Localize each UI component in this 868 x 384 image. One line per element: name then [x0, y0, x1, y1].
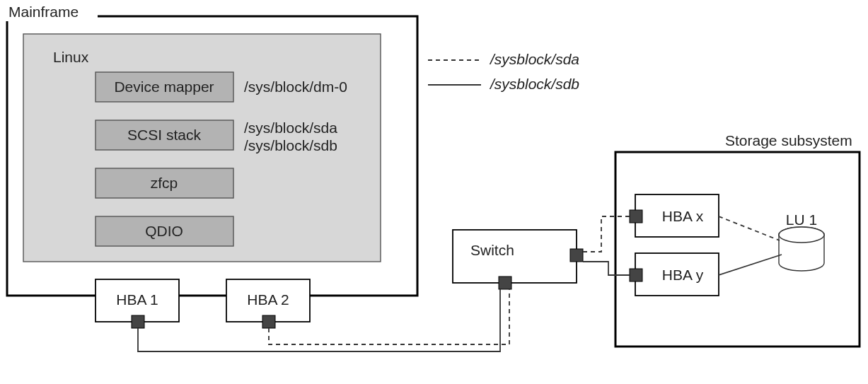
hba-label: HBA y	[662, 267, 704, 283]
port-icon	[570, 249, 583, 262]
switch: Switch	[453, 230, 583, 289]
layer-path: /sys/block/sdb	[244, 137, 337, 153]
hba-1: HBA 1	[96, 279, 179, 328]
layer-zfcp: zfcp	[96, 168, 233, 198]
wire-sda	[583, 216, 630, 252]
wire-sdb	[719, 255, 782, 275]
layer-label: QDIO	[145, 223, 183, 239]
hba-2: HBA 2	[226, 279, 310, 328]
port-icon	[262, 315, 275, 328]
port-icon	[630, 269, 642, 281]
svg-point-11	[779, 227, 824, 243]
layer-label: SCSI stack	[127, 127, 201, 143]
layer-path: /sys/block/sda	[244, 120, 337, 136]
layer-qdio: QDIO	[96, 216, 233, 246]
hba-label: HBA x	[662, 208, 704, 224]
linux-title: Linux	[53, 49, 89, 65]
legend-label: /sysblock/sdb	[489, 76, 579, 92]
mainframe-title: Mainframe	[8, 4, 79, 20]
wire-sda	[719, 216, 780, 240]
layer-label: Device mapper	[114, 78, 214, 95]
wire-sdb	[583, 262, 630, 275]
port-icon	[499, 277, 511, 289]
switch-label: Switch	[470, 242, 514, 258]
layer-label: zfcp	[151, 175, 178, 191]
layer-path: /sys/block/dm-0	[244, 78, 347, 95]
wire-sdb	[138, 289, 500, 351]
lu-1: LU 1	[779, 211, 824, 271]
hba-label: HBA 1	[116, 291, 158, 308]
port-icon	[132, 315, 144, 328]
legend-label: /sysblock/sda	[489, 51, 579, 67]
port-icon	[630, 210, 642, 223]
legend: /sysblock/sda /sysblock/sdb	[428, 51, 579, 92]
lu-label: LU 1	[786, 211, 817, 228]
storage-title: Storage subsystem	[725, 132, 852, 149]
hba-y: HBA y	[630, 253, 719, 296]
hba-x: HBA x	[630, 194, 719, 237]
hba-label: HBA 2	[247, 291, 289, 308]
